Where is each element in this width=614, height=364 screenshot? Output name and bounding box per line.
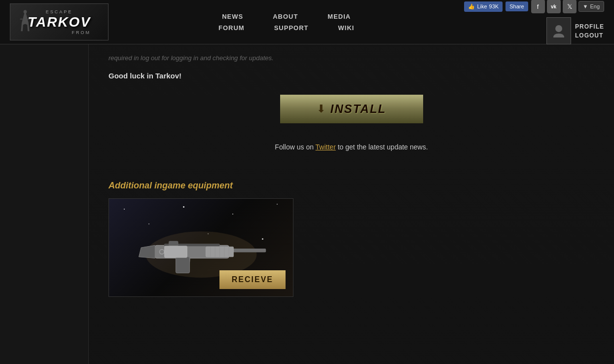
social-row: 👍 Like 93K Share f vk 𝕏 ▼ Eng (464, 0, 604, 13)
install-button[interactable]: ⬇ Install (280, 95, 423, 123)
nav-media[interactable]: MEDIA (327, 13, 351, 20)
sidebar (0, 44, 89, 364)
profile-area: PROFILE LOGOUT (546, 17, 604, 44)
logo-area: ESCAPE TARKOV FROM (10, 3, 108, 40)
svg-rect-17 (165, 247, 185, 256)
logo-silhouette-icon (15, 8, 35, 37)
avatar-icon (551, 24, 566, 38)
nav-row-1: NEWS ABOUT MEDIA (222, 13, 351, 20)
logout-link[interactable]: LOGOUT (575, 32, 604, 39)
lang-triangle-icon: ▼ (583, 3, 588, 9)
good-luck-text: Good luck in Tarkov! (108, 72, 594, 80)
nav-row-2: FORUM SUPPORT WIKI (218, 24, 354, 32)
nav-forum[interactable]: FORUM (218, 24, 245, 32)
faded-instruction-text: required in log out for logging in and c… (108, 54, 594, 62)
receive-button[interactable]: RECIEVE (219, 270, 286, 289)
content-area: required in log out for logging in and c… (89, 44, 614, 364)
logo-from: FROM (28, 30, 91, 35)
language-selector[interactable]: ▼ Eng (578, 1, 604, 12)
twitter-icon[interactable]: 𝕏 (563, 0, 577, 13)
install-label: Install (330, 102, 387, 116)
follow-prefix: Follow us on (275, 143, 315, 151)
profile-links: PROFILE LOGOUT (575, 23, 604, 39)
follow-text: Follow us on Twitter to get the latest u… (108, 143, 594, 151)
equipment-card: RECIEVE (108, 198, 293, 297)
svg-rect-6 (176, 257, 189, 273)
logo-text: ESCAPE TARKOV FROM (28, 9, 91, 35)
svg-rect-5 (229, 249, 266, 253)
install-button-wrap: ⬇ Install (108, 95, 594, 123)
nav-wiki[interactable]: WIKI (338, 24, 355, 32)
nav-support[interactable]: SUPPORT (274, 24, 309, 32)
equipment-title: Additional ingame equipment (108, 181, 594, 191)
main-nav: NEWS ABOUT MEDIA FORUM SUPPORT WIKI (218, 13, 354, 32)
nav-news[interactable]: NEWS (222, 13, 243, 20)
vk-icon[interactable]: vk (547, 0, 561, 13)
like-label: Like (477, 3, 487, 9)
twitter-link[interactable]: Twitter (316, 143, 336, 151)
logo-tarkov: TARKOV (28, 14, 91, 30)
facebook-share-button[interactable]: Share (506, 1, 528, 11)
lang-label: Eng (590, 3, 600, 9)
profile-link[interactable]: PROFILE (575, 23, 604, 30)
header-right: 👍 Like 93K Share f vk 𝕏 ▼ Eng (464, 0, 604, 44)
avatar (546, 17, 571, 44)
logo-box: ESCAPE TARKOV FROM (10, 3, 108, 40)
facebook-icon[interactable]: f (531, 0, 545, 13)
main-content: required in log out for logging in and c… (0, 44, 614, 364)
svg-rect-1 (28, 18, 30, 20)
fb-thumbs-icon: 👍 (468, 3, 475, 10)
svg-point-2 (555, 25, 562, 32)
equipment-section: Additional ingame equipment (108, 181, 594, 297)
svg-rect-0 (20, 18, 23, 20)
like-count: 93K (489, 3, 499, 9)
header: ESCAPE TARKOV FROM NEWS ABOUT MEDIA FORU… (0, 0, 614, 44)
facebook-like-button[interactable]: 👍 Like 93K (464, 1, 503, 12)
svg-rect-15 (169, 241, 178, 246)
social-icons: f vk 𝕏 ▼ Eng (531, 0, 604, 13)
download-icon: ⬇ (317, 103, 325, 115)
nav-about[interactable]: ABOUT (273, 13, 298, 20)
logo-escape: ESCAPE (28, 9, 91, 14)
follow-suffix: to get the latest update news. (336, 143, 428, 151)
